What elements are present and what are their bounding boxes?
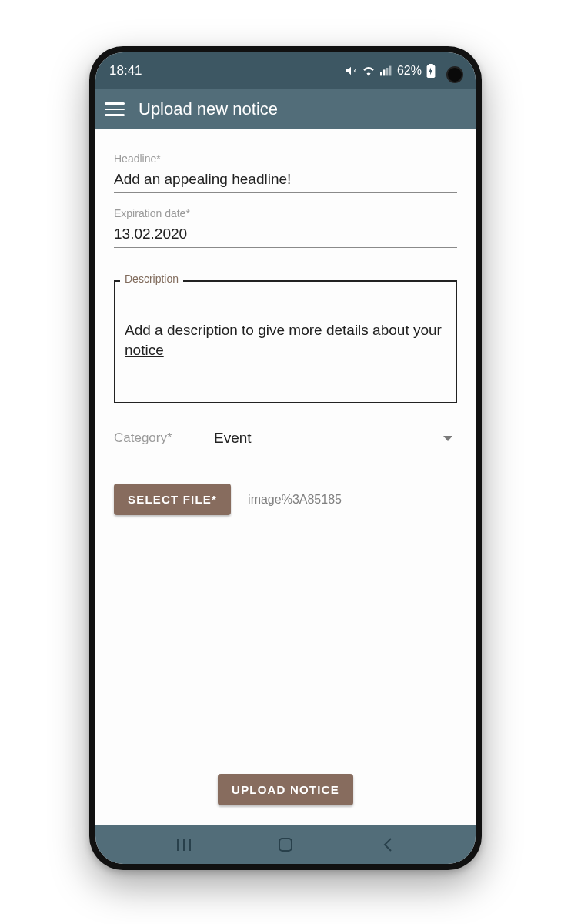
svg-rect-9 [279,839,292,851]
wifi-icon [362,65,376,76]
status-time: 18:41 [106,63,142,79]
svg-rect-1 [383,69,385,75]
home-icon[interactable] [272,831,299,859]
phone-frame: 18:41 62% Upload [89,46,482,870]
expiration-field: Expiration date* [114,207,457,248]
selected-file-name: image%3A85185 [248,493,342,507]
form-content: Headline* Expiration date* Description A… [95,129,476,825]
app-bar: Upload new notice [95,89,476,129]
status-bar: 18:41 62% [95,52,476,89]
headline-label: Headline* [114,152,457,165]
expiration-input[interactable] [114,223,457,248]
front-camera [446,66,463,83]
description-label: Description [120,273,183,285]
page-title: Upload new notice [139,99,278,119]
headline-input[interactable] [114,168,457,193]
category-label: Category* [114,430,214,446]
battery-text: 62% [397,64,422,78]
status-icons: 62% [345,64,436,78]
svg-rect-0 [380,72,382,76]
description-text-underlined: notice [125,342,164,358]
svg-rect-3 [389,66,391,76]
description-text-prefix: Add a description to give more details a… [125,322,442,338]
description-field: Description Add a description to give mo… [114,280,457,403]
svg-rect-4 [429,64,432,65]
screen: 18:41 62% Upload [95,52,476,864]
headline-field: Headline* [114,152,457,193]
back-icon[interactable] [374,831,402,859]
menu-icon[interactable] [105,99,125,119]
svg-rect-2 [386,68,388,75]
category-field: Category* Event [114,430,457,447]
mute-icon [345,65,357,77]
system-nav-bar [95,825,476,864]
submit-row: UPLOAD NOTICE [114,766,457,825]
category-selected-value: Event [214,430,252,447]
file-row: SELECT FILE* image%3A85185 [114,484,457,515]
recents-icon[interactable] [170,831,198,859]
upload-notice-button[interactable]: UPLOAD NOTICE [218,774,353,805]
description-input[interactable]: Add a description to give more details a… [114,280,457,403]
select-file-button[interactable]: SELECT FILE* [114,484,231,515]
signal-icon [380,65,392,76]
category-select[interactable]: Event [214,430,457,447]
battery-icon [426,64,436,78]
spacer [114,523,457,766]
expiration-label: Expiration date* [114,207,457,219]
chevron-down-icon [443,436,452,441]
